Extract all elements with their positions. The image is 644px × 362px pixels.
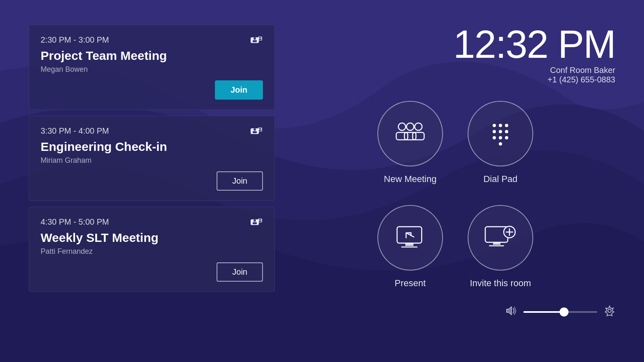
svg-rect-39: [493, 243, 500, 245]
svg-point-28: [493, 130, 496, 133]
svg-rect-3: [253, 40, 257, 42]
svg-rect-18: [259, 221, 261, 222]
volume-slider[interactable]: [523, 311, 597, 313]
volume-icon: [505, 306, 517, 318]
svg-point-5: [259, 37, 261, 39]
invite-room-circle: [468, 205, 533, 271]
svg-point-2: [253, 37, 256, 40]
dial-pad-circle: [468, 101, 533, 166]
new-meeting-icon: [394, 119, 427, 148]
dial-pad-label: Dial Pad: [483, 174, 517, 184]
clock-time: 12:32 PM: [453, 25, 615, 64]
svg-rect-23: [404, 132, 416, 140]
actions-grid: New Meeting: [377, 101, 533, 289]
svg-rect-22: [396, 132, 408, 140]
present-icon: [395, 225, 426, 251]
svg-rect-24: [413, 132, 424, 140]
meeting-3-join-button[interactable]: Join: [217, 262, 263, 282]
meeting-3-title: Weekly SLT Meeting: [41, 231, 263, 245]
invite-room-label: Invite this room: [470, 278, 531, 289]
settings-icon[interactable]: [604, 305, 615, 319]
meeting-2-organizer: Miriam Graham: [41, 156, 263, 165]
dial-pad-icon: [486, 119, 515, 148]
present-button[interactable]: Present: [377, 205, 443, 289]
svg-rect-40: [489, 245, 504, 246]
svg-point-31: [493, 136, 496, 139]
svg-rect-15: [253, 222, 257, 224]
svg-point-30: [505, 130, 508, 133]
present-circle: [377, 205, 443, 271]
meeting-card-2: 3:30 PM - 4:00 PM Engineering Check-in M…: [29, 116, 275, 201]
teams-icon-1: [250, 33, 263, 46]
meeting-1-title: Project Team Meeting: [41, 49, 263, 63]
clock-section: 12:32 PM Conf Room Baker +1 (425) 655-08…: [453, 25, 615, 84]
volume-control-row: [505, 305, 615, 319]
volume-fill: [523, 311, 564, 313]
svg-point-32: [499, 136, 502, 139]
invite-room-icon: [484, 225, 517, 251]
meeting-card-1: 2:30 PM - 3:00 PM Project Team Meeting M…: [29, 25, 275, 110]
svg-rect-12: [259, 130, 261, 131]
svg-point-25: [493, 124, 496, 127]
clock-phone: +1 (425) 655-0883: [453, 75, 615, 84]
meeting-2-time: 3:30 PM - 4:00 PM: [41, 126, 109, 136]
svg-rect-6: [259, 39, 261, 40]
svg-point-26: [499, 124, 502, 127]
svg-point-14: [253, 219, 256, 222]
svg-point-8: [253, 128, 256, 131]
meeting-2-title: Engineering Check-in: [41, 140, 263, 154]
meeting-3-time: 4:30 PM - 5:00 PM: [41, 217, 109, 227]
volume-thumb[interactable]: [560, 307, 569, 316]
svg-point-33: [505, 136, 508, 139]
svg-point-21: [415, 123, 422, 130]
teams-icon-3: [250, 215, 263, 228]
svg-point-27: [505, 124, 508, 127]
meeting-1-organizer: Megan Bowen: [41, 65, 263, 74]
dial-pad-button[interactable]: Dial Pad: [468, 101, 533, 184]
clock-room-name: Conf Room Baker: [453, 66, 615, 75]
present-label: Present: [395, 278, 426, 289]
new-meeting-label: New Meeting: [384, 174, 436, 184]
meeting-2-join-button[interactable]: Join: [217, 171, 263, 191]
svg-point-17: [259, 219, 261, 221]
invite-room-button[interactable]: Invite this room: [468, 205, 533, 289]
right-panel: 12:32 PM Conf Room Baker +1 (425) 655-08…: [308, 25, 615, 337]
meeting-card-3: 4:30 PM - 5:00 PM Weekly SLT Meeting Pat…: [29, 207, 275, 292]
svg-point-11: [259, 128, 261, 130]
svg-point-34: [499, 142, 502, 146]
meeting-3-organizer: Patti Fernandez: [41, 247, 263, 256]
new-meeting-circle: [377, 101, 443, 166]
svg-point-29: [499, 130, 502, 133]
svg-point-19: [398, 123, 406, 130]
svg-rect-36: [405, 244, 413, 246]
teams-icon-2: [250, 124, 263, 137]
svg-rect-37: [401, 246, 418, 248]
svg-point-20: [406, 123, 414, 130]
new-meeting-button[interactable]: New Meeting: [377, 101, 443, 184]
svg-rect-9: [253, 131, 257, 133]
meetings-panel: 2:30 PM - 3:00 PM Project Team Meeting M…: [29, 25, 275, 337]
meeting-1-join-button[interactable]: Join: [215, 80, 263, 100]
meeting-1-time: 2:30 PM - 3:00 PM: [41, 35, 109, 45]
svg-point-44: [608, 309, 611, 312]
